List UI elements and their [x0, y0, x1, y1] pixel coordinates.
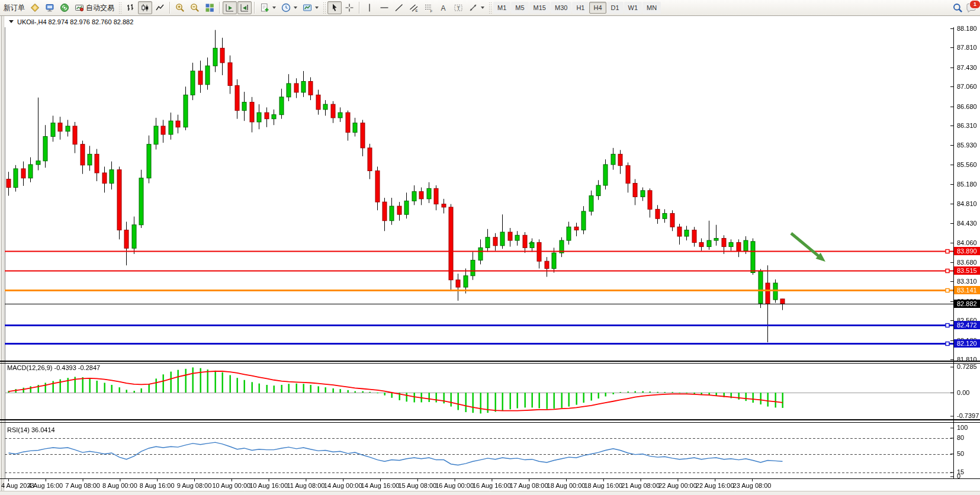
timeframe-button-W1[interactable]: W1 — [624, 2, 642, 14]
timeframe-group: M1M5M15M30H1H4D1W1MN — [493, 2, 661, 14]
trendline-icon — [394, 3, 404, 12]
periods-clock-button[interactable] — [279, 1, 300, 14]
time-axis-label: 23 Aug 08:00 — [733, 482, 772, 489]
chart-title-bar: UKOil-,H4 82.974 82.976 82.760 82.882 — [5, 17, 956, 27]
time-axis-label: 16 Aug 00:00 — [435, 482, 474, 489]
bar-chart-button[interactable] — [123, 1, 137, 14]
text-button[interactable]: A — [436, 1, 451, 14]
arrows-icon — [468, 3, 478, 12]
chart-shift-button[interactable] — [237, 1, 252, 14]
cursor-button[interactable] — [327, 1, 342, 14]
signals-icon — [60, 3, 69, 12]
new-order-button[interactable]: 新订单 — [1, 1, 27, 14]
auto-trading-icon — [75, 3, 84, 12]
time-axis-label: 10 Aug 16:00 — [249, 482, 288, 489]
time-axis-label: 8 Aug 00:00 — [102, 482, 137, 489]
rsi-indicator-label: RSI(14) 36.0414 — [7, 426, 55, 433]
toolbar-separator — [169, 2, 171, 14]
chat-button[interactable]: 1 — [966, 3, 976, 13]
toolbar-separator — [254, 2, 255, 14]
application-window: 新订单 自动交易 — [0, 0, 980, 495]
time-axis: 4 Aug 20234 Aug 16:007 Aug 08:008 Aug 00… — [0, 482, 980, 491]
equidistant-channel-button[interactable]: E — [407, 1, 421, 14]
market-icon — [30, 3, 40, 12]
time-axis-label: 7 Aug 08:00 — [65, 482, 100, 489]
toolbar-grip[interactable] — [489, 2, 491, 14]
candlestick-chart-button[interactable] — [138, 1, 152, 14]
zoom-out-icon — [190, 3, 200, 12]
trendline-button[interactable] — [392, 1, 406, 14]
time-axis-label: 14 Aug 00:00 — [324, 482, 362, 489]
add-indicator-button[interactable] — [258, 1, 278, 14]
timeframe-button-D1[interactable]: D1 — [607, 2, 624, 14]
chart-shift-icon — [240, 3, 249, 12]
time-axis-label: 21 Aug 08:00 — [621, 482, 660, 489]
time-axis-label: 15 Aug 08:00 — [398, 482, 436, 489]
svg-text:A: A — [441, 4, 446, 12]
text-label-icon: T — [454, 3, 463, 12]
signals-button[interactable] — [57, 1, 72, 14]
market-button[interactable] — [28, 1, 42, 14]
timeframe-button-M30[interactable]: M30 — [551, 2, 571, 14]
time-axis-label: 18 Aug 00:00 — [547, 482, 586, 489]
terminal-button[interactable] — [43, 1, 57, 14]
cursor-icon — [330, 3, 339, 12]
chart-title: UKOil-,H4 82.974 82.976 82.760 82.882 — [17, 18, 133, 25]
auto-scroll-button[interactable] — [223, 1, 237, 14]
time-axis-label: 10 Aug 00:00 — [212, 482, 250, 489]
toolbar-separator — [219, 2, 220, 14]
timeframe-button-M5[interactable]: M5 — [511, 2, 528, 14]
auto-trading-button[interactable]: 自动交易 — [72, 1, 117, 14]
zoom-in-icon — [175, 3, 185, 12]
text-icon: A — [439, 3, 448, 12]
toolbar-grip[interactable] — [118, 2, 121, 14]
equidistant-channel-icon: E — [409, 3, 419, 12]
window-menu-icon[interactable] — [9, 20, 14, 23]
toolbar: 新订单 自动交易 — [0, 0, 980, 16]
chevron-down-icon — [294, 7, 297, 9]
search-icon — [953, 3, 963, 13]
periods-clock-icon — [281, 3, 291, 12]
zoom-in-button[interactable] — [173, 1, 187, 14]
svg-text:T: T — [457, 5, 461, 11]
zoom-out-button[interactable] — [188, 1, 202, 14]
text-label-button[interactable]: T — [451, 1, 465, 14]
svg-text:F: F — [430, 9, 433, 13]
candlestick-chart-icon — [140, 3, 150, 12]
chevron-down-icon — [315, 7, 319, 9]
timeframe-button-MN[interactable]: MN — [642, 2, 661, 14]
timeframe-button-H4[interactable]: H4 — [589, 2, 606, 14]
vertical-line-button[interactable] — [362, 1, 377, 14]
fibonacci-icon: F — [424, 3, 433, 12]
line-chart-button[interactable] — [153, 1, 167, 14]
template-icon — [303, 3, 312, 12]
time-axis-label: 18 Aug 16:00 — [584, 482, 622, 489]
auto-scroll-icon — [225, 3, 234, 12]
timeframe-button-M15[interactable]: M15 — [529, 2, 550, 14]
timeframe-button-M1[interactable]: M1 — [493, 2, 510, 14]
time-axis-label: 16 Aug 16:00 — [473, 482, 511, 489]
new-order-label: 新订单 — [4, 3, 25, 13]
crosshair-icon — [345, 3, 354, 12]
crosshair-button[interactable] — [342, 1, 356, 14]
time-axis-label: 14 Aug 16:00 — [361, 482, 400, 489]
toolbar-grip[interactable] — [323, 2, 326, 14]
horizontal-line-button[interactable] — [377, 1, 391, 14]
tile-windows-icon — [205, 3, 214, 12]
timeframe-button-H1[interactable]: H1 — [572, 2, 589, 14]
template-button[interactable] — [300, 1, 321, 14]
time-axis-label: 8 Aug 16:00 — [140, 482, 175, 489]
search-button[interactable] — [950, 1, 965, 14]
tile-windows-button[interactable] — [203, 1, 217, 14]
vertical-line-icon — [365, 3, 374, 12]
time-axis-label: 9 Aug 08:00 — [177, 482, 212, 489]
chart-canvas[interactable] — [0, 0, 980, 495]
svg-text:E: E — [416, 9, 418, 12]
time-axis-label: 17 Aug 08:00 — [510, 482, 548, 489]
time-axis-label: 22 Aug 00:00 — [658, 482, 697, 489]
line-chart-icon — [155, 3, 165, 12]
fibonacci-button[interactable]: F — [422, 1, 436, 14]
time-axis-label: 11 Aug 08:00 — [287, 482, 324, 489]
notification-badge: 1 — [969, 0, 980, 9]
arrows-button[interactable] — [466, 1, 487, 14]
